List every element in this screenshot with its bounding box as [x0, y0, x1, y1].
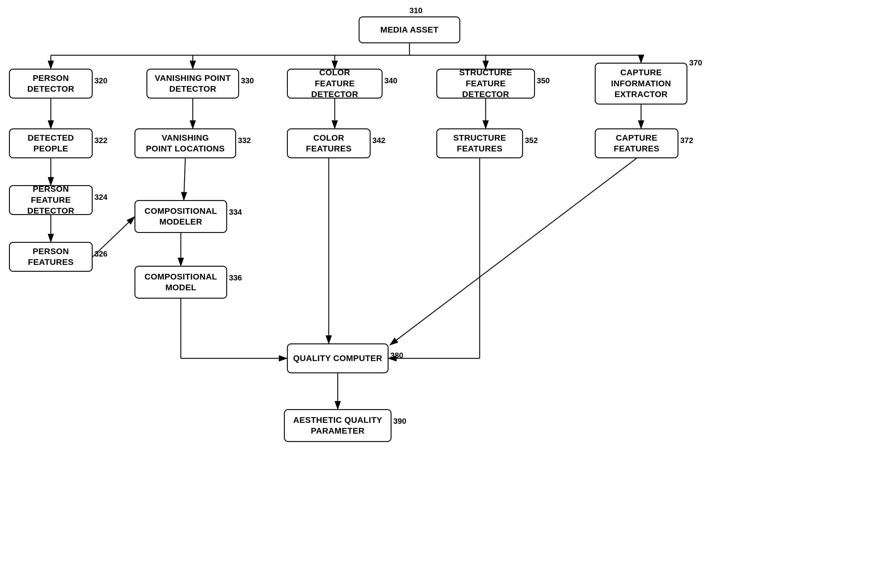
ref-350: 350: [537, 76, 550, 85]
node-compositional-model: COMPOSITIONAL MODEL: [134, 266, 227, 298]
node-quality-computer: QUALITY COMPUTER: [287, 343, 389, 373]
arrows-svg: [0, 0, 870, 588]
ref-370: 370: [689, 58, 702, 67]
node-color-feature-detector: COLOR FEATURE DETECTOR: [287, 69, 383, 98]
node-capture-info-extractor: CAPTURE INFORMATION EXTRACTOR: [595, 63, 687, 104]
node-vanishing-point-detector: VANISHING POINT DETECTOR: [146, 69, 239, 98]
node-capture-features: CAPTURE FEATURES: [595, 128, 678, 158]
ref-336: 336: [229, 273, 242, 282]
ref-324: 324: [94, 193, 107, 202]
node-color-features: COLOR FEATURES: [287, 128, 371, 158]
ref-322: 322: [94, 136, 107, 145]
ref-334: 334: [229, 208, 242, 217]
ref-340: 340: [384, 76, 397, 85]
node-media-asset: MEDIA ASSET: [359, 16, 460, 43]
node-vanishing-point-locations: VANISHING POINT LOCATIONS: [134, 128, 236, 158]
ref-342: 342: [372, 136, 385, 145]
ref-310: 310: [410, 6, 422, 15]
ref-326: 326: [94, 249, 107, 258]
ref-330: 330: [241, 76, 254, 85]
node-person-detector: PERSON DETECTOR: [9, 69, 92, 98]
node-detected-people: DETECTED PEOPLE: [9, 128, 92, 158]
ref-320: 320: [94, 76, 107, 85]
node-aesthetic-quality-parameter: AESTHETIC QUALITY PARAMETER: [284, 409, 392, 442]
node-person-features: PERSON FEATURES: [9, 242, 92, 272]
svg-line-23: [390, 158, 636, 345]
svg-line-13: [184, 158, 185, 200]
diagram: 310 MEDIA ASSET PERSON DETECTOR 320 VANI…: [0, 0, 870, 588]
node-person-feature-detector: PERSON FEATURE DETECTOR: [9, 185, 92, 215]
ref-352: 352: [525, 136, 538, 145]
ref-390: 390: [393, 417, 406, 426]
node-structure-features: STRUCTURE FEATURES: [436, 128, 523, 158]
node-compositional-modeler: COMPOSITIONAL MODELER: [134, 200, 227, 233]
node-structure-feature-detector: STRUCTURE FEATURE DETECTOR: [436, 69, 535, 98]
ref-380: 380: [390, 351, 403, 360]
ref-372: 372: [680, 136, 693, 145]
ref-332: 332: [238, 136, 251, 145]
